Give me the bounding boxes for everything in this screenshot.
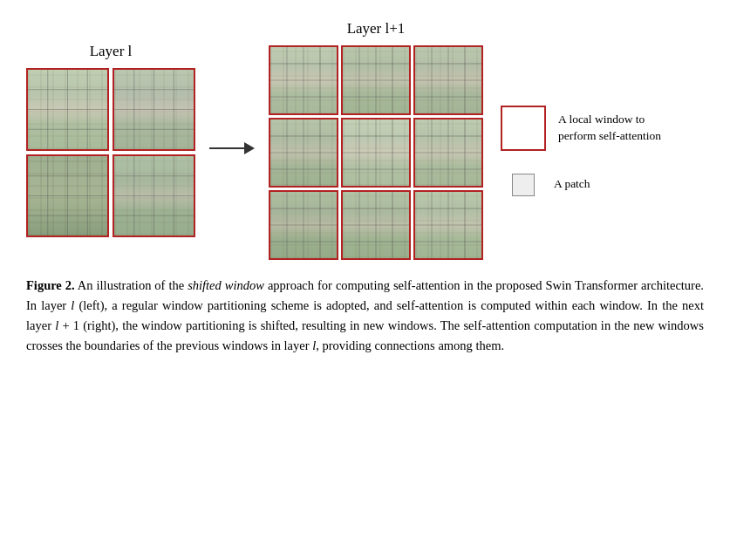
lp1-window-1 — [269, 45, 338, 115]
lp1-window-9 — [413, 190, 483, 260]
lp1-window-6 — [413, 118, 483, 188]
caption-italic-text: shifted window — [188, 278, 264, 292]
layer-l-window-3 — [26, 154, 109, 237]
image-sim — [415, 192, 481, 258]
lp1-window-7 — [269, 190, 338, 260]
image-sim — [114, 70, 194, 149]
image-sim — [270, 47, 337, 113]
image-sim — [415, 120, 481, 186]
lp1-window-2 — [341, 45, 411, 115]
legend-window-item: A local window toperform self-attention — [501, 106, 661, 151]
image-sim — [270, 192, 337, 258]
lp1-window-4 — [269, 118, 338, 188]
layer-l-plus1-grid — [269, 45, 483, 260]
layer-l-window-1 — [26, 68, 109, 151]
image-sim — [415, 47, 481, 113]
lp1-window-8 — [341, 190, 411, 260]
layer-l-label: Layer l — [90, 40, 133, 63]
caption-label: Figure 2. — [26, 278, 75, 292]
caption-plus1: + 1 — [58, 318, 79, 332]
layer-l-plus1-label: Layer l+1 — [347, 17, 406, 40]
legend-patch-item: A patch — [501, 174, 661, 196]
layer-l-plus1-section: Layer l+1 — [269, 17, 483, 260]
legend-patch-box — [512, 174, 535, 196]
legend-window-text: A local window toperform self-attention — [558, 112, 661, 145]
arrow-line — [209, 147, 244, 150]
image-sim — [28, 70, 107, 149]
image-sim — [28, 156, 107, 236]
image-sim — [270, 120, 337, 186]
legend-section: A local window toperform self-attention … — [501, 106, 661, 196]
legend-window-box — [501, 106, 546, 151]
transition-arrow — [209, 142, 255, 154]
image-sim — [343, 192, 409, 258]
layer-l-grid — [26, 68, 195, 237]
arrow-section — [195, 142, 269, 154]
image-sim — [343, 120, 409, 186]
legend-patch-text: A patch — [554, 176, 590, 193]
figure-caption: Figure 2. An illustration of the shifted… — [26, 276, 704, 357]
arrow-head — [244, 142, 255, 154]
diagram-row: Layer l — [26, 17, 704, 260]
layer-l-window-2 — [113, 68, 195, 151]
image-sim — [114, 156, 194, 236]
caption-text-end: , providing connections among them. — [316, 338, 504, 352]
layer-l-window-4 — [113, 154, 195, 237]
layer-l-section: Layer l — [26, 40, 195, 237]
caption-text-1: An illustration of the — [75, 278, 188, 292]
lp1-window-5 — [341, 118, 411, 188]
lp1-window-3 — [413, 45, 483, 115]
image-sim — [343, 47, 409, 113]
figure-container: Layer l — [26, 17, 704, 356]
